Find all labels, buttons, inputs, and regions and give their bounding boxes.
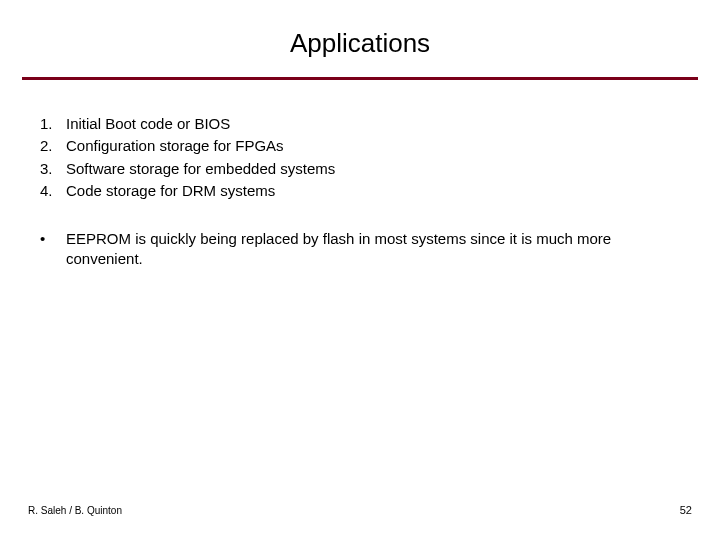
list-item-text: Code storage for DRM systems xyxy=(66,181,680,201)
bullet-mark: • xyxy=(40,229,66,270)
slide: Applications 1. Initial Boot code or BIO… xyxy=(0,0,720,540)
list-number: 4. xyxy=(40,181,66,201)
numbered-list: 1. Initial Boot code or BIOS 2. Configur… xyxy=(40,114,680,201)
list-item-text: Configuration storage for FPGAs xyxy=(66,136,680,156)
footer-authors: R. Saleh / B. Quinton xyxy=(28,505,122,516)
list-number: 1. xyxy=(40,114,66,134)
slide-body: 1. Initial Boot code or BIOS 2. Configur… xyxy=(0,80,720,270)
footer-page-number: 52 xyxy=(680,504,692,516)
list-item-text: Initial Boot code or BIOS xyxy=(66,114,680,134)
list-number: 3. xyxy=(40,159,66,179)
bullet-text: EEPROM is quickly being replaced by flas… xyxy=(66,229,680,270)
list-item-text: Software storage for embedded systems xyxy=(66,159,680,179)
slide-title: Applications xyxy=(0,0,720,77)
bullet-list: • EEPROM is quickly being replaced by fl… xyxy=(40,229,680,270)
list-number: 2. xyxy=(40,136,66,156)
slide-footer: R. Saleh / B. Quinton 52 xyxy=(0,504,720,516)
